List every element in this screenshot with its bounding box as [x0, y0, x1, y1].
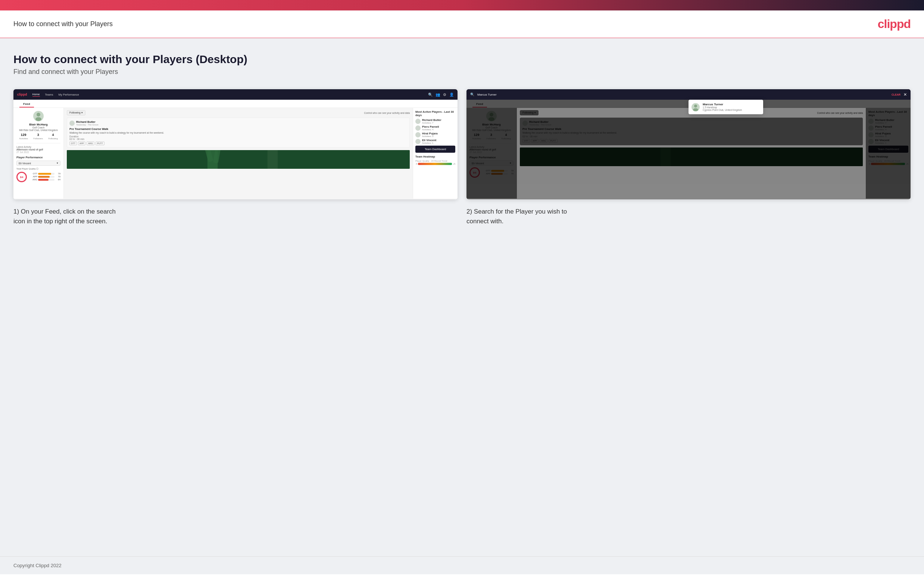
- mini-heatmap-bar: -5 +5: [415, 163, 455, 165]
- mini-nav-performance[interactable]: My Performance: [58, 93, 79, 96]
- mini-profile-name: Blair McHarg: [16, 123, 60, 126]
- mini-post-tags: OTT APP ARG PUTT: [70, 141, 407, 145]
- mini-post-image: [67, 150, 410, 169]
- svg-point-16: [693, 108, 698, 111]
- mini-result-club: Cypress Point Club, United Kingdom: [703, 109, 742, 111]
- mini-post-header: Richard Butler Yesterday · The Grove: [70, 120, 407, 126]
- mini-profile-role: Golf Coach: [16, 126, 60, 129]
- mini-search-result[interactable]: Marcus Turner 1.5 Handicap Cypress Point…: [691, 103, 760, 111]
- screenshot-1: clippd Home Teams My Performance 🔍 👥 ⚙ 👤: [13, 89, 458, 200]
- mini-player-select[interactable]: Eli Vincent▾: [16, 161, 60, 166]
- avatar-icon[interactable]: 👤: [449, 93, 454, 97]
- mini-result-name: Marcus Turner: [703, 103, 742, 106]
- mini-post-desc: Walking the course with my coach to buil…: [70, 132, 407, 134]
- mini-profile-card: Blair McHarg Golf Coach Mill Ride Golf C…: [16, 111, 60, 143]
- mini-logo-1: clippd: [17, 93, 27, 96]
- main-content: How to connect with your Players (Deskto…: [0, 38, 924, 556]
- mini-nav-icons: 🔍 👥 ⚙ 👤: [428, 93, 454, 97]
- page-title: How to connect with your Players: [13, 20, 113, 28]
- mini-post-duration: Duration02 hr : 00 min: [70, 135, 407, 140]
- mini-nav-home[interactable]: Home: [32, 93, 40, 97]
- mini-player-avatar-1: [415, 119, 421, 124]
- mini-search-icon: 🔍: [470, 93, 474, 96]
- mini-app-1: clippd Home Teams My Performance 🔍 👥 ⚙ 👤: [13, 89, 458, 200]
- screenshot-2: clippd Home Teams My Performance Feed: [466, 89, 911, 200]
- mini-player-row-1: Richard ButlerActivities: 7: [415, 119, 455, 124]
- svg-point-0: [37, 113, 40, 117]
- mini-content-1: Blair McHarg Golf Coach Mill Ride Golf C…: [13, 108, 458, 199]
- mini-result-handicap: 1.5 Handicap: [703, 106, 742, 109]
- svg-rect-2: [67, 150, 410, 169]
- mini-active-title: Most Active Players - Last 30 days: [415, 110, 455, 117]
- logo: clippd: [878, 17, 911, 31]
- mini-post-author: Richard Butler: [76, 120, 99, 123]
- mini-profile-avatar: [33, 111, 44, 121]
- mini-post: Richard Butler Yesterday · The Grove Pre…: [67, 118, 410, 148]
- mini-profile-stats: 129Activities 3Followers 4Following: [16, 133, 60, 140]
- mini-following-btn[interactable]: Following ▾: [67, 110, 86, 115]
- settings-icon[interactable]: ⚙: [443, 93, 446, 97]
- panel-2-caption: 2) Search for the Player you wish toconn…: [466, 207, 911, 226]
- copyright: Copyright Clippd 2022: [13, 563, 61, 568]
- mini-post-avatar: [70, 120, 74, 126]
- mini-heatmap-title: Team Heatmap: [415, 155, 455, 158]
- hero-title: How to connect with your Players (Deskto…: [13, 53, 911, 66]
- panel-2: clippd Home Teams My Performance Feed: [466, 89, 911, 226]
- mini-app-2: clippd Home Teams My Performance Feed: [466, 89, 911, 200]
- mini-player-row-2: Piers ParnellActivities: 4: [415, 125, 455, 131]
- mini-following-bar: Following ▾ Control who can see your act…: [67, 110, 410, 115]
- mini-close-button[interactable]: ✕: [903, 92, 907, 97]
- mini-right-column: Most Active Players - Last 30 days Richa…: [413, 108, 458, 199]
- svg-point-15: [694, 104, 697, 107]
- svg-rect-9: [267, 150, 278, 169]
- mini-control-link[interactable]: Control who can see your activity and da…: [364, 112, 410, 114]
- mini-middle-column: Following ▾ Control who can see your act…: [64, 108, 413, 199]
- mini-player-avatar-2: [415, 125, 421, 131]
- svg-point-1: [36, 117, 41, 121]
- feed-tab[interactable]: Feed: [19, 101, 34, 107]
- mini-result-avatar: [691, 103, 700, 111]
- mini-clear-button[interactable]: CLEAR: [892, 93, 900, 96]
- footer: Copyright Clippd 2022: [0, 556, 924, 574]
- top-bar: [0, 0, 924, 10]
- search-icon[interactable]: 🔍: [428, 93, 432, 97]
- mini-search-bar: 🔍 Marcus Turner CLEAR ✕: [466, 89, 911, 100]
- mini-nav-1: clippd Home Teams My Performance 🔍 👥 ⚙ 👤: [13, 89, 458, 100]
- mini-search-dropdown: Marcus Turner 1.5 Handicap Cypress Point…: [689, 100, 763, 114]
- mini-player-row-4: Eli VincentActivities: 1: [415, 138, 455, 144]
- people-icon[interactable]: 👥: [435, 93, 440, 97]
- mini-left-column: Blair McHarg Golf Coach Mill Ride Golf C…: [13, 108, 64, 199]
- header: How to connect with your Players clippd: [0, 10, 924, 38]
- panels-container: clippd Home Teams My Performance 🔍 👥 ⚙ 👤: [13, 89, 911, 226]
- mini-search-input[interactable]: Marcus Turner: [477, 93, 888, 96]
- mini-player-avatar-4: [415, 139, 421, 144]
- mini-post-title: Pre Tournament Course Walk: [70, 127, 407, 131]
- mini-player-performance-title: Player Performance: [16, 156, 60, 159]
- mini-player-row-3: Hiral PujaraActivities: 3: [415, 132, 455, 137]
- mini-post-meta: Yesterday · The Grove: [76, 123, 99, 126]
- mini-team-dashboard-btn[interactable]: Team Dashboard: [415, 146, 455, 153]
- mini-player-avatar-3: [415, 132, 421, 137]
- mini-profile-club: Mill Ride Golf Club, United Kingdom: [16, 129, 60, 132]
- panel-1: clippd Home Teams My Performance 🔍 👥 ⚙ 👤: [13, 89, 458, 226]
- mini-nav-teams[interactable]: Teams: [45, 93, 53, 96]
- hero-subtitle: Find and connect with your Players: [13, 68, 911, 76]
- mini-quality-score: 84: [16, 172, 27, 182]
- panel-1-caption: 1) On your Feed, click on the searchicon…: [13, 207, 458, 226]
